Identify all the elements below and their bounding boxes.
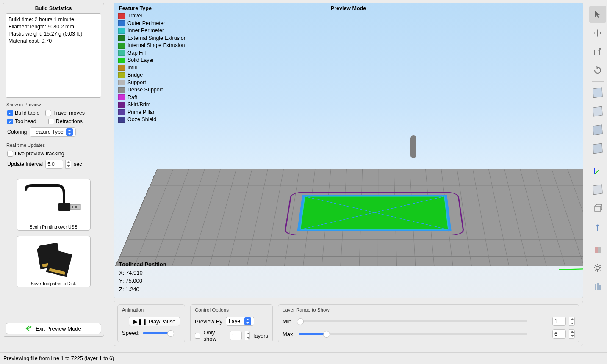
coloring-label: Coloring [7,129,27,135]
legend-label: Gap Fill [127,50,146,57]
legend-label: Prime Pillar [127,109,155,116]
section-view-icon[interactable] [589,241,606,258]
legend-swatch [118,43,125,49]
preview-mode-label: Preview Mode [331,6,366,11]
preview-by-label: Preview By [195,318,222,325]
retractions-checkbox[interactable] [48,119,54,124]
legend-label: Support [127,79,146,87]
only-show-checkbox[interactable] [195,333,200,339]
only-show-stepper[interactable] [245,331,250,340]
update-interval-input[interactable]: 5.0 [45,160,63,169]
toolhead-marker [410,135,416,158]
live-preview-checkbox[interactable] [7,151,13,157]
retractions-label: Retractions [56,119,83,124]
exit-preview-button[interactable]: Exit Preview Mode [6,323,101,334]
legend-row: Gap Fill [118,50,187,57]
solid-view-icon[interactable] [589,181,606,198]
save-to-disk-button[interactable]: Save Toolpaths to Disk [17,236,91,287]
min-stepper[interactable] [569,317,575,326]
travel-moves-checkbox[interactable] [45,110,51,116]
stat-filament: Filament length: 5080.2 mm [8,23,98,30]
usb-icon [22,181,85,223]
min-label: Min [283,318,295,325]
toolhead-z: Z: 1.240 [119,285,166,294]
usb-caption: Begin Printing over USB [29,224,77,229]
legend-row: Outer Perimeter [118,20,187,28]
toolhead-x: X: 74.910 [119,269,166,277]
legend-label: Infill [127,64,137,72]
rotate-tool-icon[interactable] [589,62,606,79]
wireframe-view-icon[interactable] [589,200,606,217]
only-show-input[interactable]: 1 [230,331,242,340]
view-top-icon[interactable] [589,103,606,120]
legend-label: Solid Layer [127,57,154,64]
legend-row: Internal Single Extrusion [118,42,187,50]
live-preview-label: Live preview tracking [15,151,64,157]
legend-swatch [118,109,125,115]
toolhead-checkbox[interactable] [7,119,13,124]
preview-by-select[interactable]: Layer [226,317,254,326]
status-text: Previewing file from line 1 to 7225 (lay… [3,356,114,361]
legend-swatch [118,58,125,63]
max-stepper[interactable] [569,329,575,339]
update-interval-unit: sec [74,161,82,167]
back-arrow-icon [25,325,33,331]
legend-swatch [118,94,125,100]
legend-swatch [118,117,125,123]
stat-build-time: Build time: 2 hours 1 minute [8,16,98,23]
min-input[interactable]: 1 [552,317,566,326]
legend-swatch [118,35,125,41]
svg-rect-13 [599,285,601,290]
legend-row: Infill [118,64,187,72]
settings-icon[interactable] [589,259,606,276]
status-bar: Previewing file from line 1 to 7225 (lay… [0,352,607,364]
legend-label: Raft [127,94,137,102]
main-area: Preview Mode Feature Type TravelOuter Pe… [110,3,587,350]
animation-title: Animation [122,307,180,312]
build-table-checkbox[interactable] [7,110,13,116]
animation-group: Animation ▶❚❚ Play/Pause Speed: [117,304,185,342]
legend-swatch [118,72,125,78]
legend-row: External Single Extrusion [118,35,187,42]
move-tool[interactable] [589,25,606,41]
show-in-preview-label: Show in Preview [6,102,100,107]
preview-viewport[interactable]: Preview Mode Feature Type TravelOuter Pe… [114,3,583,298]
travel-moves-label: Travel moves [53,110,85,116]
legend-label: Inner Perimeter [127,27,164,35]
pointer-tool[interactable] [589,6,606,23]
right-toolbar [588,3,607,350]
feature-type-legend: Feature Type TravelOuter PerimeterInner … [118,6,187,124]
control-options-group: Control Options Preview By Layer Only sh… [190,304,273,342]
view-side-icon[interactable] [589,140,606,157]
legend-row: Travel [118,12,187,20]
legend-label: Skirt/Brim [127,101,150,109]
view-iso-icon[interactable] [589,84,606,101]
view-front-icon[interactable] [589,121,606,138]
normals-icon[interactable] [589,218,606,235]
max-slider[interactable] [299,333,527,335]
print-over-usb-button[interactable]: Begin Printing over USB [17,179,91,231]
legend-label: Ooze Shield [127,116,156,124]
svg-rect-3 [75,206,77,208]
stat-cost: Material cost: 0.70 [8,38,98,45]
preview-object [297,195,452,231]
min-slider[interactable] [299,320,527,322]
build-plate [115,169,583,266]
legend-swatch [118,87,125,93]
play-pause-button[interactable]: ▶❚❚ Play/Pause [129,317,180,326]
legend-row: Ooze Shield [118,116,187,124]
update-interval-stepper[interactable] [65,160,71,169]
speed-slider[interactable] [143,332,172,334]
legend-label: Bridge [127,72,143,79]
legend-row: Solid Layer [118,57,187,64]
build-table-label: Build table [15,110,39,116]
support-tool-icon[interactable] [589,278,606,295]
legend-header: Feature Type [119,6,187,11]
max-input[interactable]: 6 [552,329,566,339]
build-stats-title: Build Statistics [6,6,101,11]
realtime-label: Real-time Updates [6,143,100,148]
axes-icon[interactable] [589,163,606,179]
scale-tool-icon[interactable] [589,43,606,60]
coloring-select[interactable]: Feature Type [30,127,76,137]
legend-swatch [118,102,125,108]
